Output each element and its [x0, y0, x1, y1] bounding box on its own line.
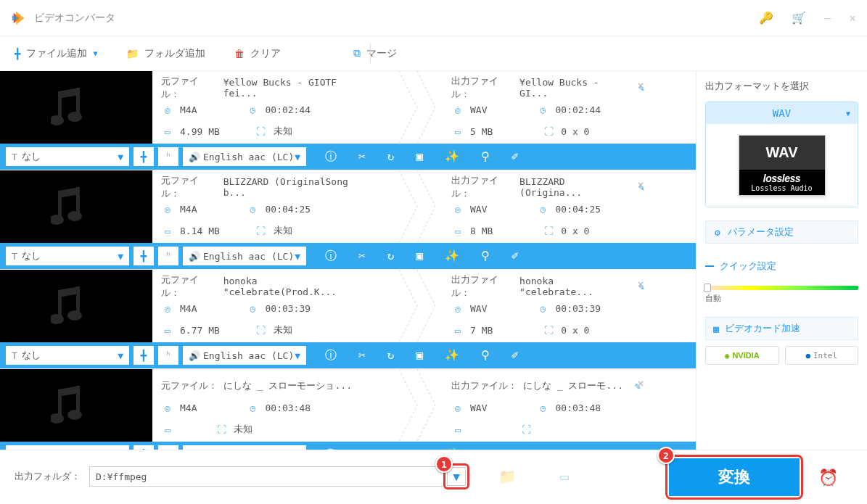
chip-icon: ▦ — [713, 323, 719, 334]
subtitle-settings-button[interactable]: ʰ — [158, 147, 178, 166]
gpu-accel-button[interactable]: ▦ ビデオカード加速 — [705, 317, 858, 340]
minimize-button[interactable]: — — [824, 11, 831, 25]
intel-badge: ●Intel — [785, 346, 859, 365]
cut-icon[interactable]: ✂ — [358, 249, 366, 264]
add-folder-button[interactable]: 📁 フォルダ追加 — [126, 47, 205, 60]
schedule-icon[interactable]: ⏰ — [818, 468, 838, 487]
effects-icon[interactable]: ✨ — [445, 149, 459, 165]
bottom-bar: 出力フォルダ： ▼ 1 📁 ▭ 変換 2 ⏰ — [0, 450, 867, 503]
source-info: 元ファイル：honoka "celebrate(Prod.K... ◎M4A◷0… — [152, 270, 385, 342]
rotate-icon[interactable]: ↻ — [387, 348, 395, 363]
file-item: 元ファイル：にしな _ スローモーショ... ◎M4A◷00:03:48 ▭⛶未… — [0, 369, 696, 450]
convert-button[interactable]: 変換 — [669, 458, 800, 496]
remove-file-icon[interactable]: × — [637, 277, 644, 291]
chevron-down-icon: ▼ — [93, 49, 97, 57]
out-size: 7 MB — [470, 325, 493, 336]
subtitle-dropdown[interactable]: Tなし▼ — [6, 247, 129, 265]
source-info: 元ファイル：にしな _ スローモーショ... ◎M4A◷00:03:48 ▭⛶未… — [152, 369, 385, 442]
svg-point-7 — [67, 211, 82, 221]
clear-label: クリア — [250, 47, 281, 60]
cart-icon[interactable]: 🛒 — [792, 11, 806, 25]
subtitle-settings-button[interactable]: ʰ — [158, 346, 178, 365]
src-size: 8.14 MB — [180, 226, 220, 236]
close-button[interactable]: ✕ — [849, 11, 856, 25]
edit-icon[interactable]: ✐ — [511, 149, 519, 165]
folder-icon: ▭ — [161, 424, 174, 435]
cut-icon[interactable]: ✂ — [358, 348, 366, 363]
subtitle-dropdown[interactable]: Tなし▼ — [6, 147, 129, 166]
file-thumbnail[interactable] — [0, 270, 152, 342]
dash-icon — [705, 265, 714, 267]
quick-settings-title: クイック設定 — [705, 260, 858, 273]
edit-icon[interactable]: ✐ — [511, 348, 519, 363]
nvidia-badge: ◉NVIDIA — [705, 346, 779, 365]
out-duration: 00:02:44 — [555, 104, 601, 115]
watermark-icon[interactable]: ⚲ — [481, 249, 490, 264]
open-folder-icon[interactable]: 📁 — [498, 468, 517, 485]
folder-icon: ▭ — [161, 226, 174, 236]
add-file-button[interactable]: ╋ ファイル追加 ▼ — [15, 47, 97, 60]
gpu-label: ビデオカード加速 — [725, 322, 800, 335]
out-file-name: honoka "celebrate... — [519, 276, 627, 297]
info-icon[interactable]: ⓘ — [325, 348, 337, 363]
rotate-icon[interactable]: ↻ — [387, 149, 395, 165]
src-file-name: にしな _ スローモーショ... — [223, 379, 352, 392]
key-icon[interactable]: 🔑 — [759, 11, 773, 25]
out-file-label: 出力ファイル： — [451, 174, 514, 200]
svg-point-3 — [67, 112, 82, 122]
info-icon[interactable]: ⓘ — [325, 149, 337, 165]
video-output-icon[interactable]: ▭ — [560, 468, 569, 485]
add-subtitle-button[interactable]: ╋ — [133, 346, 154, 365]
remove-file-icon[interactable]: × — [637, 376, 644, 390]
format-card-name: WAV — [739, 136, 825, 170]
out-file-label: 出力ファイル： — [451, 379, 517, 392]
file-thumbnail[interactable] — [0, 170, 152, 243]
src-duration: 00:03:48 — [265, 402, 311, 413]
audio-dropdown[interactable]: 🔊English aac (LC)▼ — [183, 346, 306, 365]
format-selector[interactable]: WAV ▼ WAV lossless Lossless Audio — [705, 102, 858, 207]
add-subtitle-button[interactable]: ╋ — [133, 147, 154, 166]
parameter-settings-button[interactable]: ⚙ パラメータ設定 — [705, 220, 858, 244]
file-item: 元ファイル：BLIZZARD (OriginalSong b... ◎M4A◷0… — [0, 170, 696, 270]
disc-icon: ◎ — [161, 204, 174, 215]
arrow-divider — [385, 270, 443, 342]
src-format: M4A — [180, 303, 197, 314]
audio-dropdown[interactable]: 🔊English aac (LC)▼ — [183, 147, 306, 166]
remove-file-icon[interactable]: × — [637, 178, 644, 191]
out-resolution: 0 x 0 — [561, 325, 589, 336]
resolution-icon: ⛶ — [255, 126, 268, 137]
src-size: 6.77 MB — [180, 325, 220, 336]
subtitle-settings-button[interactable]: ʰ — [158, 247, 178, 265]
crop-icon[interactable]: ▣ — [416, 348, 423, 363]
merge-button[interactable]: ⧉ マージ — [353, 47, 397, 60]
subtitle-dropdown[interactable]: Tなし▼ — [6, 346, 129, 365]
info-icon[interactable]: ⓘ — [325, 249, 337, 264]
edit-icon[interactable]: ✐ — [511, 249, 519, 264]
output-folder-input[interactable] — [89, 466, 445, 487]
add-subtitle-button[interactable]: ╋ — [133, 247, 154, 265]
watermark-icon[interactable]: ⚲ — [481, 149, 490, 165]
clear-button[interactable]: 🗑 クリア — [234, 47, 281, 60]
file-thumbnail[interactable] — [0, 369, 152, 442]
effects-icon[interactable]: ✨ — [445, 249, 459, 264]
quick-label: クイック設定 — [720, 260, 776, 273]
slider-thumb[interactable] — [704, 284, 711, 292]
out-duration: 00:04:25 — [555, 204, 601, 215]
effects-icon[interactable]: ✨ — [445, 348, 459, 363]
out-duration: 00:03:39 — [555, 303, 601, 314]
rotate-icon[interactable]: ↻ — [387, 249, 395, 264]
clock-icon: ◷ — [246, 402, 259, 413]
quality-slider[interactable] — [705, 286, 858, 290]
chevron-down-icon: ▼ — [846, 110, 850, 117]
crop-icon[interactable]: ▣ — [416, 249, 423, 264]
remove-file-icon[interactable]: × — [637, 78, 644, 92]
file-thumbnail[interactable] — [0, 71, 152, 144]
watermark-icon[interactable]: ⚲ — [481, 348, 490, 363]
resolution-icon: ⛶ — [215, 424, 228, 435]
cut-icon[interactable]: ✂ — [358, 149, 366, 165]
out-file-label: 出力ファイル： — [451, 75, 514, 101]
callout-2: 2 — [657, 447, 675, 464]
out-format: WAV — [470, 303, 487, 314]
crop-icon[interactable]: ▣ — [416, 149, 423, 165]
audio-dropdown[interactable]: 🔊English aac (LC)▼ — [183, 247, 306, 265]
